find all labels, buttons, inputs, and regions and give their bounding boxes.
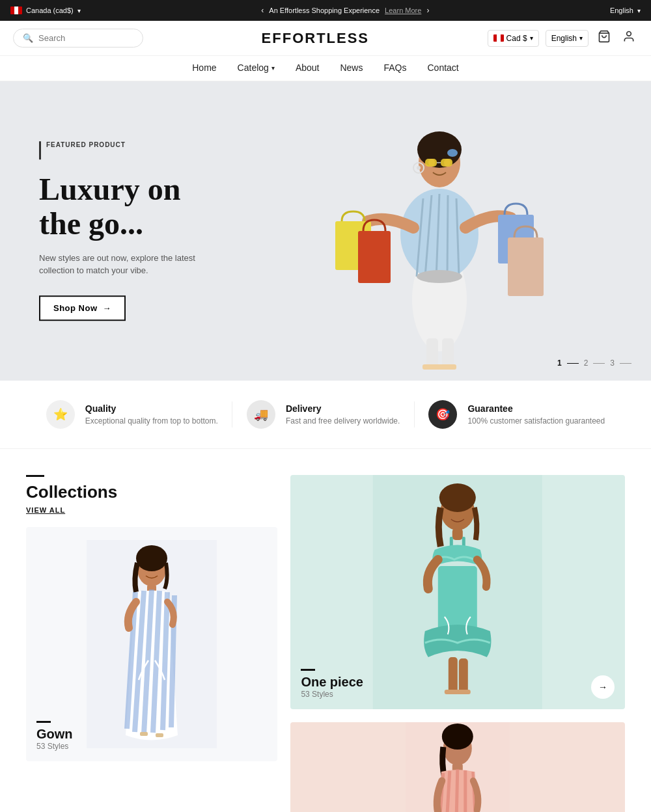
announcement-next-btn[interactable]: › <box>426 6 429 15</box>
learn-more-link[interactable]: Learn More <box>385 7 421 14</box>
guarantee-icon: 🎯 <box>428 400 457 429</box>
featured-label: FEATURED PRODUCT <box>39 141 221 159</box>
arrow-right-icon: → <box>103 303 112 313</box>
hero-woman-svg <box>322 91 557 371</box>
nav-about[interactable]: About <box>296 62 320 73</box>
collections-right: One piece 53 Styles → <box>290 475 625 812</box>
one-piece-collection-card[interactable]: One piece 53 Styles → <box>290 475 625 709</box>
svg-rect-27 <box>438 364 456 370</box>
canada-flag-small <box>493 34 504 42</box>
svg-rect-26 <box>422 364 441 370</box>
guarantee-title: Guarantee <box>467 403 605 414</box>
svg-rect-50 <box>456 690 471 694</box>
nav-home[interactable]: Home <box>192 62 216 73</box>
account-button[interactable] <box>620 27 638 49</box>
announcement-prev-btn[interactable]: ‹ <box>261 6 264 15</box>
slide-3-line <box>620 363 631 364</box>
nav-contact[interactable]: Contact <box>428 62 459 73</box>
search-input[interactable] <box>38 33 130 43</box>
gown-collection-card[interactable]: Gown 53 Styles <box>26 527 277 761</box>
quality-icon: ⭐ <box>46 400 75 429</box>
hero-section: FEATURED PRODUCT Luxury on the go... New… <box>0 81 651 381</box>
collections-title: Collections <box>26 482 277 502</box>
svg-point-42 <box>439 483 476 512</box>
quality-desc: Exceptional quality from top to bottom. <box>85 416 218 426</box>
nav-catelog[interactable]: Catelog ▾ <box>238 62 275 73</box>
language-dropdown-icon-header: ▾ <box>579 34 583 42</box>
slide-3-indicator[interactable]: 3 <box>610 359 615 368</box>
svg-point-53 <box>442 724 473 750</box>
collections-header-bar <box>26 475 44 477</box>
svg-line-7 <box>447 195 448 277</box>
svg-point-30 <box>136 545 167 571</box>
delivery-icon: 🚚 <box>247 400 275 429</box>
guarantee-desc: 100% customer satisfaction guaranteed <box>467 416 605 426</box>
hero-description: New styles are out now, explore the late… <box>39 252 221 277</box>
quality-title: Quality <box>85 403 218 414</box>
svg-rect-43 <box>452 528 463 540</box>
one-piece-styles: 53 Styles <box>301 690 363 699</box>
header-right: Cad $ ▾ English ▾ <box>488 27 638 49</box>
slide-2-indicator[interactable]: 2 <box>584 359 589 368</box>
top-bar-center: ‹ An Effortless Shopping Experience Lear… <box>261 6 429 15</box>
delivery-desc: Fast and free delivery worldwide. <box>286 416 400 426</box>
feature-divider-2 <box>414 401 415 427</box>
collections-left: Collections VIEW ALL <box>26 475 277 812</box>
nav-faqs[interactable]: FAQs <box>383 62 406 73</box>
pink-woman-svg <box>290 722 625 812</box>
svg-point-1 <box>627 32 631 36</box>
svg-line-57 <box>456 769 458 812</box>
view-all-link[interactable]: VIEW ALL <box>26 506 277 514</box>
shop-now-button[interactable]: Shop Now → <box>39 295 126 321</box>
slide-1-indicator[interactable]: 1 <box>557 359 562 368</box>
svg-rect-47 <box>449 657 458 693</box>
svg-rect-25 <box>442 338 454 368</box>
language-label: English <box>610 7 633 14</box>
search-bar[interactable]: 🔍 <box>13 29 143 47</box>
currency-dropdown-icon: ▾ <box>530 34 533 42</box>
currency-selector[interactable]: Cad $ ▾ <box>488 30 539 47</box>
top-bar: Canada (cad$) ▾ ‹ An Effortless Shopping… <box>0 0 651 21</box>
feature-delivery-text: Delivery Fast and free delivery worldwid… <box>286 403 400 426</box>
one-piece-arrow-btn[interactable]: → <box>591 675 615 699</box>
featured-bar <box>39 141 41 159</box>
language-dropdown-icon[interactable]: ▾ <box>637 7 641 14</box>
features-strip: ⭐ Quality Exceptional quality from top t… <box>0 381 651 449</box>
language-label-header: English <box>551 34 577 43</box>
announcement-text: An Effortless Shopping Experience <box>269 7 380 14</box>
language-selector[interactable]: English ▾ <box>546 30 589 47</box>
feature-quality: ⭐ Quality Exceptional quality from top t… <box>46 400 218 429</box>
svg-rect-39 <box>156 733 163 737</box>
hero-title: Luxury on the go... <box>39 172 221 241</box>
svg-rect-21 <box>358 231 391 283</box>
svg-rect-38 <box>140 732 148 736</box>
one-piece-label-bar <box>301 669 315 671</box>
one-piece-title: One piece <box>301 675 363 690</box>
svg-rect-48 <box>459 658 468 693</box>
gown-label-bar <box>36 721 51 723</box>
site-logo[interactable]: EFFORTLESS <box>262 30 369 47</box>
header: 🔍 EFFORTLESS Cad $ ▾ English ▾ <box>0 21 651 56</box>
slide-1-line <box>567 363 579 364</box>
country-label: Canada (cad$) <box>26 7 74 14</box>
hero-pagination: 1 2 3 <box>557 359 631 368</box>
feature-divider-1 <box>232 401 232 427</box>
hero-content: FEATURED PRODUCT Luxury on the go... New… <box>39 141 221 321</box>
feature-guarantee: 🎯 Guarantee 100% customer satisfaction g… <box>428 400 605 429</box>
one-piece-label: One piece 53 Styles <box>301 669 363 699</box>
catelog-dropdown-icon: ▾ <box>271 64 275 72</box>
cart-button[interactable] <box>595 27 613 49</box>
nav-news[interactable]: News <box>340 62 363 73</box>
svg-point-9 <box>417 270 462 283</box>
canada-flag-icon <box>10 7 22 14</box>
svg-point-18 <box>417 166 421 170</box>
pink-collection-card[interactable] <box>290 722 625 812</box>
top-bar-left: Canada (cad$) ▾ <box>10 7 81 14</box>
gown-svg <box>87 540 217 748</box>
svg-rect-23 <box>508 237 544 296</box>
main-nav: Home Catelog ▾ About News FAQs Contact <box>0 56 651 81</box>
collections-header: Collections VIEW ALL <box>26 475 277 514</box>
svg-rect-15 <box>441 159 452 167</box>
country-dropdown-icon[interactable]: ▾ <box>77 7 81 14</box>
top-bar-right: English ▾ <box>610 7 641 14</box>
